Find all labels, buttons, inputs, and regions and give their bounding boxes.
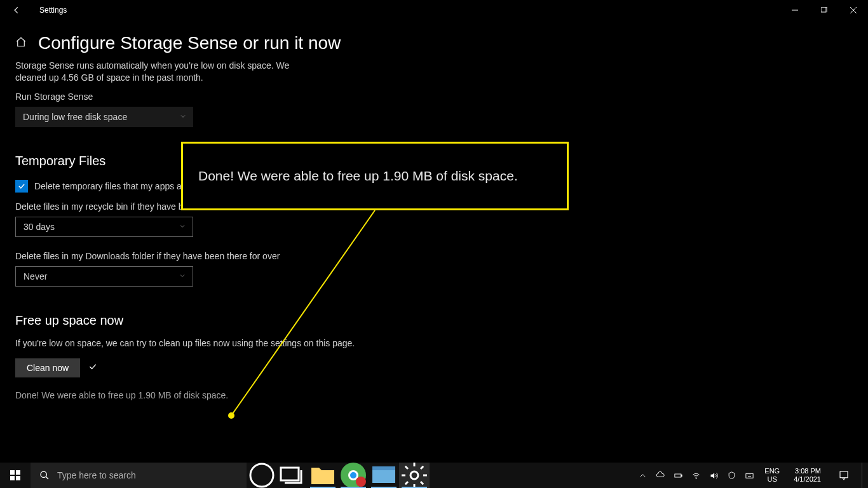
svg-rect-8	[281, 468, 299, 480]
close-button[interactable]	[839, 0, 868, 20]
tray-chevron-icon[interactable]	[636, 469, 649, 482]
tray-onedrive-icon[interactable]	[654, 469, 667, 482]
chevron-down-icon	[179, 112, 187, 122]
cortana-icon[interactable]	[247, 463, 277, 488]
annotation-callout: Done! We were able to free up 1.90 MB of…	[181, 142, 569, 210]
run-sense-label: Run Storage Sense	[15, 92, 853, 102]
svg-point-15	[410, 471, 418, 479]
svg-rect-17	[681, 475, 682, 477]
svg-rect-2	[10, 470, 15, 475]
delete-temp-checkbox[interactable]	[15, 180, 28, 193]
svg-point-6	[41, 471, 46, 477]
page-title: Configure Storage Sense or run it now	[38, 33, 341, 53]
downloads-value: Never	[24, 271, 47, 281]
run-sense-value: During low free disk space	[23, 112, 127, 122]
chevron-down-icon	[179, 271, 186, 281]
callout-text: Done! We were able to free up 1.90 MB of…	[198, 168, 518, 184]
svg-rect-16	[675, 474, 681, 477]
done-message: Done! We were able to free up 1.90 MB of…	[15, 390, 853, 400]
maximize-button[interactable]	[810, 0, 839, 20]
downloads-label: Delete files in my Downloads folder if t…	[15, 251, 853, 261]
recycle-value: 30 days	[24, 222, 55, 232]
search-icon	[39, 470, 50, 480]
minimize-button[interactable]	[780, 0, 810, 20]
back-button[interactable]	[6, 0, 27, 20]
home-icon[interactable]	[15, 36, 27, 50]
svg-rect-5	[16, 476, 20, 480]
recycle-dropdown[interactable]: 30 days	[15, 217, 193, 237]
svg-rect-0	[821, 7, 826, 12]
svg-rect-14	[372, 466, 395, 470]
run-sense-dropdown[interactable]: During low free disk space	[15, 107, 193, 127]
clean-now-button[interactable]: Clean now	[15, 358, 80, 377]
taskbar: Type here to search ENG US 3:08 PM 4/1/2…	[0, 463, 868, 488]
notification-center-icon[interactable]	[831, 463, 857, 488]
language-indicator[interactable]: ENG US	[761, 467, 783, 484]
file-explorer-icon[interactable]	[308, 463, 338, 488]
tray-volume-icon[interactable]	[707, 469, 720, 482]
svg-rect-3	[16, 470, 20, 475]
chrome-icon[interactable]	[338, 463, 369, 488]
svg-point-11	[350, 472, 356, 478]
svg-rect-20	[840, 471, 848, 478]
search-placeholder: Type here to search	[57, 470, 136, 480]
taskbar-search[interactable]: Type here to search	[31, 463, 247, 488]
svg-point-7	[250, 464, 273, 487]
annotation-dot	[228, 412, 234, 419]
clock[interactable]: 3:08 PM 4/1/2021	[789, 467, 826, 484]
check-icon	[88, 362, 98, 374]
free-space-desc: If you're low on space, we can try to cl…	[15, 338, 853, 348]
show-desktop-button[interactable]	[862, 463, 865, 488]
window-title: Settings	[39, 6, 67, 15]
svg-rect-4	[10, 476, 15, 480]
tray-keyboard-icon[interactable]	[743, 469, 756, 482]
task-view-icon[interactable]	[277, 463, 308, 488]
downloads-dropdown[interactable]: Never	[15, 266, 193, 287]
start-button[interactable]	[0, 463, 31, 488]
free-space-title: Free up space now	[15, 313, 853, 328]
intro-description: Storage Sense runs automatically when yo…	[15, 60, 295, 84]
svg-point-12	[356, 477, 366, 487]
app-icon[interactable]	[369, 463, 399, 488]
svg-rect-19	[746, 473, 753, 478]
chevron-down-icon	[179, 222, 186, 232]
tray-security-icon[interactable]	[725, 469, 738, 482]
tray-wifi-icon[interactable]	[689, 469, 702, 482]
settings-icon[interactable]	[399, 463, 430, 488]
svg-point-18	[696, 478, 696, 478]
tray-battery-icon[interactable]	[672, 469, 684, 482]
